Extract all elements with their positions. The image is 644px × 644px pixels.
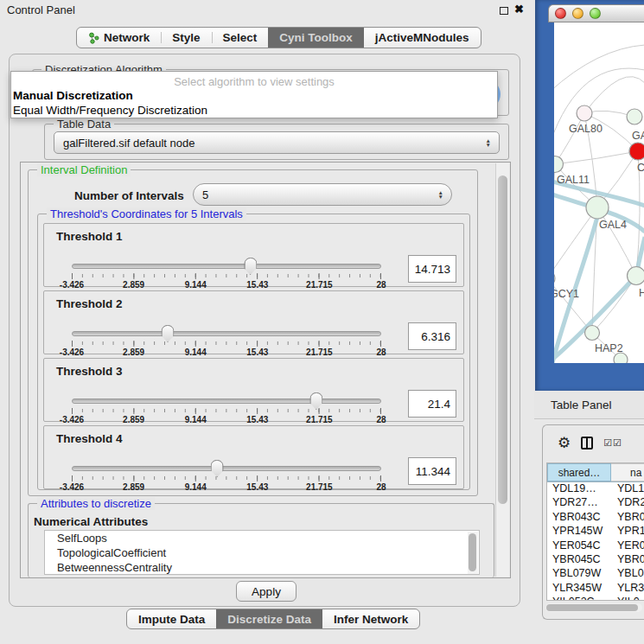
threshold-panel-3: Threshold 3 -3.4262.8599.14415.4321.7152… [43, 358, 464, 422]
threshold-3-label: Threshold 3 [56, 365, 123, 378]
popup-option-manual-discretization[interactable]: Manual Discretization [11, 88, 497, 103]
thresholds-group: Threshold's Coordinates for 5 Intervals … [37, 214, 470, 490]
columns-icon[interactable] [581, 437, 593, 450]
node-label: GAL80 [569, 123, 603, 135]
tab-cyni-toolbox-label: Cyni Toolbox [279, 31, 353, 44]
threshold-2-label: Threshold 2 [56, 297, 123, 310]
slider-scale-labels: -3.4262.8599.14415.4321.71528 [72, 280, 381, 290]
table-row[interactable]: YBL079WYBL0 [547, 567, 644, 581]
algorithm-dropdown-popup: Select algorithm to view settings Manual… [10, 71, 498, 118]
tab-network[interactable]: Network [77, 28, 161, 48]
interval-definition-title: Interval Definition [37, 163, 131, 176]
threshold-panel-1: Threshold 1 -3.4262.8599.14415.4321.7152… [43, 223, 464, 287]
node-gcy1[interactable] [554, 271, 555, 286]
list-item[interactable]: SelfLoops [45, 531, 479, 545]
table-panel-title: Table Panel [551, 399, 612, 411]
threshold-3-handle[interactable] [309, 392, 322, 410]
node-label: H [639, 287, 644, 299]
horizontal-scrollbar[interactable] [545, 603, 642, 612]
table-row[interactable]: YIL052CYIL0 [547, 596, 644, 601]
right-panel: GAL80 GA C GAL11 GAL4 GCY1 H HAP2 Table … [534, 0, 644, 644]
threshold-4-handle[interactable] [211, 460, 224, 477]
node-ga[interactable] [627, 109, 642, 124]
table-row[interactable]: YDL19…YDL1 [547, 482, 644, 496]
apply-button[interactable]: Apply [236, 581, 296, 602]
threshold-panel-4: Threshold 4 -3.4262.8599.14415.4321.7152… [43, 425, 464, 489]
slider-scale-labels: -3.4262.8599.14415.4321.71528 [72, 348, 381, 358]
table-row[interactable]: YDR27…YDR2 [547, 496, 644, 510]
settings-scrollbar[interactable] [495, 163, 509, 577]
float-window-icon[interactable] [500, 7, 508, 15]
popup-option-equal-width-frequency[interactable]: Equal Width/Frequency Discretization [11, 103, 497, 118]
slider-scale-labels: -3.4262.8599.14415.4321.71528 [72, 415, 381, 425]
threshold-2-handle[interactable] [161, 325, 174, 342]
table-row[interactable]: YER054CYER0 [547, 539, 644, 553]
minimize-traffic-light-icon[interactable] [572, 8, 583, 19]
table-row[interactable]: YLR345WYLR3 [547, 582, 644, 596]
checkbox-icons[interactable]: ☑☑ [603, 437, 622, 449]
settings-scrollpane: Interval Definition Number of Intervals … [20, 162, 511, 578]
list-item[interactable]: TopologicalCoefficient [45, 545, 479, 560]
tab-infer-network-label: Infer Network [334, 613, 408, 626]
tab-style[interactable]: Style [161, 28, 211, 48]
tab-select[interactable]: Select [212, 28, 269, 48]
list-scrollbar[interactable] [468, 532, 478, 575]
slider-track[interactable] [72, 399, 381, 404]
tab-jactivemnodules[interactable]: jActiveMNodules [364, 28, 481, 48]
threshold-2-value[interactable]: 6.316 [408, 322, 456, 350]
tab-infer-network[interactable]: Infer Network [322, 609, 419, 628]
slider-ticks [72, 273, 381, 280]
slider-ticks [72, 408, 381, 415]
node-label: GAL11 [557, 174, 590, 186]
close-icon[interactable]: ✖ [514, 3, 524, 16]
threshold-1-handle[interactable] [244, 258, 257, 275]
node-hap2[interactable] [585, 326, 600, 341]
threshold-1-label: Threshold 1 [56, 230, 123, 243]
list-item[interactable]: BetweennessCentrality [45, 560, 479, 575]
node-table: shared… na YDL19…YDL1 YDR27…YDR2 YBR043C… [546, 462, 644, 601]
column-header-shared[interactable]: shared… [547, 463, 611, 481]
interval-definition-group: Interval Definition Number of Intervals … [28, 169, 478, 496]
scrollbar-thumb[interactable] [498, 175, 507, 504]
node-h[interactable] [628, 267, 644, 285]
table-header-row: shared… na [547, 463, 644, 482]
tab-network-label: Network [104, 31, 150, 44]
table-row[interactable]: YBR045CYBR0 [547, 553, 644, 567]
slider-track[interactable] [72, 466, 381, 471]
attributes-group: Attributes to discretize Numerical Attri… [28, 503, 494, 577]
numerical-attributes-list[interactable]: SelfLoops TopologicalCoefficient Between… [44, 530, 480, 575]
tab-discretize-data-label: Discretize Data [227, 613, 311, 626]
table-data-combo-value: galFiltered.sif default node [63, 137, 194, 150]
node-gal11[interactable] [554, 156, 564, 173]
zoom-traffic-light-icon[interactable] [590, 8, 601, 19]
tab-style-label: Style [172, 31, 200, 44]
network-icon [88, 32, 99, 44]
network-view-canvas[interactable]: GAL80 GA C GAL11 GAL4 GCY1 H HAP2 [554, 22, 644, 363]
tab-impute-data-label: Impute Data [138, 613, 205, 626]
number-of-intervals-combo[interactable]: 5 ▲▼ [193, 183, 452, 206]
close-traffic-light-icon[interactable] [555, 8, 566, 19]
table-panel-header: Table Panel [534, 391, 644, 419]
threshold-2-slider: -3.4262.8599.14415.4321.71528 [72, 329, 381, 354]
threshold-1-value[interactable]: 14.713 [408, 255, 456, 283]
table-row[interactable]: YBR043CYBR0 [547, 511, 644, 525]
network-window-titlebar[interactable] [548, 4, 644, 22]
threshold-panel-2: Threshold 2 -3.4262.8599.14415.4321.7152… [43, 290, 464, 354]
node-red[interactable] [629, 143, 644, 160]
column-header-name[interactable]: na [611, 463, 644, 481]
tab-impute-data[interactable]: Impute Data [127, 609, 216, 628]
slider-track[interactable] [72, 264, 381, 269]
slider-track[interactable] [72, 331, 381, 336]
table-row[interactable]: YPR145WYPR1 [547, 525, 644, 539]
threshold-3-value[interactable]: 21.4 [408, 390, 456, 418]
node-gal80[interactable] [577, 105, 592, 121]
tab-discretize-data[interactable]: Discretize Data [216, 609, 322, 628]
slider-scale-labels: -3.4262.8599.14415.4321.71528 [72, 482, 381, 493]
table-data-combo[interactable]: galFiltered.sif default node ▲▼ [54, 131, 500, 154]
gear-icon[interactable]: ⚙ [558, 436, 571, 450]
node-gal4[interactable] [586, 196, 609, 219]
scrollbar-thumb[interactable] [546, 604, 638, 611]
combo-spinner-icon: ▲▼ [486, 138, 491, 147]
threshold-4-value[interactable]: 11.344 [408, 457, 456, 485]
tab-cyni-toolbox[interactable]: Cyni Toolbox [268, 28, 364, 48]
